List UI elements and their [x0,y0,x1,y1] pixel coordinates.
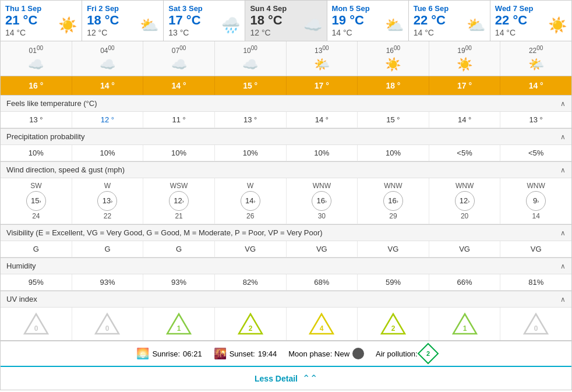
day-name: Tue 6 Sep [414,4,485,13]
feels-like-cell-7: 13 ° [500,112,571,128]
wind-arrow-icon: › [397,199,398,204]
svg-text:2: 2 [248,324,252,333]
day-cell-thu[interactable]: Thu 1 Sep 21 °C 14 °C ☀️ [1,1,82,41]
uv-triangle-icon: 0 [94,312,120,336]
wind-arrow-icon: › [182,199,184,204]
wind-cell-1: W 13› 22 [72,178,144,224]
feels-like-cell-0: 13 ° [1,112,72,128]
humidity-cell-3: 82% [215,274,287,290]
visibility-cell-4: VG [287,241,358,257]
uv-triangle-icon: 1 [166,312,192,336]
wind-speed-circle: 14› [241,191,260,211]
hourly-cell-0: 0100 ☁️ [1,41,72,76]
day-cell-mon[interactable]: Mon 5 Sep 19 °C 14 °C ⛅ [327,1,409,41]
air-label: Air pollution: [376,349,418,358]
day-cell-fri[interactable]: Fri 2 Sep 18 °C 12 °C ⛅ [82,1,164,41]
day-high: 18 °C [87,13,119,28]
feels-like-cell-6: 14 ° [429,112,501,128]
precip-cell-7: <5% [500,145,571,161]
hourly-icon: ☁️ [77,57,139,72]
hourly-icon: ☁️ [148,57,210,72]
day-low: 14 °C [5,28,37,37]
moon-icon [352,348,364,359]
wind-dir: W [75,182,141,190]
day-high: 22 °C [414,13,446,28]
air-info: Air pollution: 2 [376,346,436,361]
svg-text:4: 4 [320,324,324,333]
hourly-cell-1: 0400 ☁️ [72,41,144,76]
wind-arrow-icon: › [111,199,112,204]
feels-like-cell-5: 15 ° [358,112,429,128]
info-bar: 🌅 Sunrise: 06:21 🌇 Sunset: 19:44 Moon ph… [1,341,571,366]
hourly-cell-4: 1300 🌤️ [287,41,358,76]
day-high: 22 °C [495,13,527,28]
humidity-cell-0: 95% [1,274,72,290]
day-weather-icon: ⛅ [385,16,404,34]
day-cell-sat[interactable]: Sat 3 Sep 17 °C 13 °C 🌧️ [164,1,245,41]
wind-dir: SW [3,182,69,190]
wind-gust: 29 [360,212,426,220]
weather-widget: Thu 1 Sep 21 °C 14 °C ☀️ Fri 2 Sep 18 °C… [0,0,572,390]
visibility-cell-1: G [72,241,144,257]
visibility-cell-0: G [1,241,72,257]
wind-dir: WNW [289,182,355,190]
day-low: 14 °C [414,28,446,37]
sunrise-info: 🌅 Sunrise: 06:21 [136,347,202,360]
day-high: 21 °C [5,13,37,28]
uv-cell-5: 2 [358,308,429,340]
humidity-cell-6: 66% [429,274,501,290]
feels-like-cell-4: 14 ° [287,112,358,128]
wind-arrow-icon: › [40,199,41,204]
precip-label: Precipitation probability [6,132,84,141]
hourly-cell-5: 1600 ☀️ [358,41,429,76]
wind-speed-circle: 12› [169,191,189,211]
temp-bar-cell-2: 14 ° [143,76,215,95]
day-high: 19 °C [332,13,364,28]
hourly-cell-7: 2200 🌤️ [500,41,571,76]
less-detail-button[interactable]: Less Detail ⌃⌃ [1,366,571,390]
wind-dir: WSW [146,182,212,190]
wind-gust: 20 [432,212,498,220]
wind-header[interactable]: Wind direction, speed & gust (mph) ∧ [1,161,571,178]
precip-header[interactable]: Precipitation probability ∧ [1,128,571,145]
visibility-label: Visibility (E = Excellent, VG = Very Goo… [6,228,323,237]
svg-text:2: 2 [391,324,396,333]
wind-cell-5: WNW 16› 29 [358,178,429,224]
precip-cell-5: 10% [358,145,429,161]
day-cell-wed[interactable]: Wed 7 Sep 22 °C 14 °C ☀️ [490,1,571,41]
visibility-header[interactable]: Visibility (E = Excellent, VG = Very Goo… [1,224,571,241]
visibility-chevron: ∧ [560,229,566,237]
humidity-header[interactable]: Humidity ∧ [1,257,571,274]
wind-gust: 22 [75,212,141,220]
wind-gust: 14 [503,212,569,220]
hourly-time: 0400 [77,45,139,55]
humidity-chevron: ∧ [560,262,566,270]
humidity-cell-2: 93% [143,274,215,290]
uv-triangle-icon: 4 [309,312,334,336]
day-high: 17 °C [168,13,200,28]
humidity-cell-7: 81% [500,274,571,290]
humidity-cell-4: 68% [287,274,358,290]
precip-cell-3: 10% [215,145,287,161]
wind-row: SW 15› 24 W 13› 22 WSW 12› 21 W 14› [1,178,571,224]
hourly-icon: ☀️ [434,57,496,72]
wind-arrow-icon: › [537,199,539,204]
day-cell-tue[interactable]: Tue 6 Sep 22 °C 14 °C ⛅ [409,1,490,41]
wind-arrow-icon: › [325,199,327,204]
sunrise-icon: 🌅 [136,347,149,360]
wind-cell-7: WNW 9› 14 [500,178,571,224]
feels-like-header[interactable]: Feels like temperature (°C) ∧ [1,95,571,112]
visibility-row: GGGVGVGVGVGVG [1,241,571,257]
temp-bar-cell-3: 15 ° [215,76,287,95]
day-cell-sun[interactable]: Sun 4 Sep 18 °C 12 °C ☁️ [245,1,327,41]
day-name: Fri 2 Sep [87,4,158,13]
uv-triangle-icon: 0 [523,312,549,336]
svg-text:0: 0 [534,324,538,333]
uv-chevron: ∧ [560,295,566,303]
uv-header[interactable]: UV index ∧ [1,291,571,308]
wind-speed-circle: 9› [526,191,546,211]
air-diamond-icon: 2 [417,343,439,365]
uv-cell-7: 0 [500,308,571,340]
wind-chevron: ∧ [560,166,566,174]
wind-dir: WNW [503,182,569,190]
